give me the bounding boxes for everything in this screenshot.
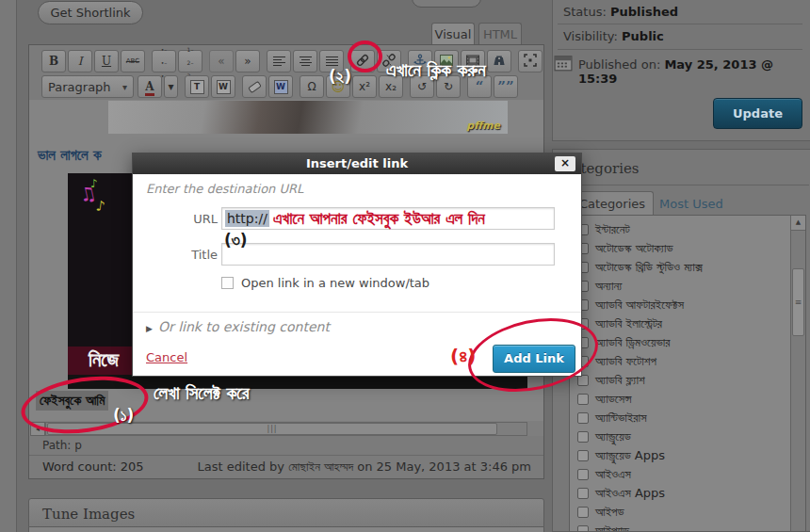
category-item: অ্যান্ড্রুয়েড Apps <box>577 446 785 465</box>
category-label[interactable]: অ্যান্টিভাইরাস <box>595 411 647 426</box>
strikethrough-button[interactable]: ABC <box>121 50 145 73</box>
special-char-button-glyph: Ω <box>307 80 316 93</box>
paragraph-dropdown[interactable]: Paragraph ▾ <box>41 75 134 98</box>
category-label[interactable]: অ্যাডবি ফটোশপ <box>595 354 656 369</box>
special-char-button[interactable]: Ω <box>300 75 324 98</box>
category-checkbox[interactable] <box>577 507 589 518</box>
numbered-list-button[interactable]: 1–2–3– <box>178 50 202 73</box>
page-left-strip <box>0 0 17 532</box>
visibility-row: Visibility: Public <box>563 29 664 43</box>
category-label[interactable]: অ্যান্ড্রুয়েড Apps <box>595 448 665 463</box>
scroll-up-icon[interactable]: ▲ <box>791 216 805 231</box>
italic-button-glyph: I <box>78 55 83 68</box>
tab-most-used[interactable]: Most Used <box>659 197 723 211</box>
text-color-menu-button[interactable]: ▾ <box>164 75 178 98</box>
strikethrough-button-glyph: ABC <box>126 57 139 65</box>
category-label[interactable]: আইপড <box>595 505 624 520</box>
music-note-icon: ♪ <box>90 177 98 190</box>
category-checkbox[interactable] <box>577 525 589 532</box>
superscript-button[interactable]: x² <box>352 75 377 98</box>
published-on-row: Published on: May 25, 2013 @ 15:39 <box>578 57 810 86</box>
title-input[interactable] <box>221 243 555 266</box>
category-checkbox[interactable] <box>577 394 589 405</box>
category-checkbox[interactable] <box>577 469 589 480</box>
music-note-icon: ♪ <box>95 197 106 215</box>
paste-text-button[interactable]: T <box>185 75 209 98</box>
text-color-button[interactable]: A <box>138 75 162 98</box>
tab-visual[interactable]: Visual <box>431 23 475 45</box>
quotes-button[interactable]: ”” <box>494 75 518 98</box>
url-value-selected: http:// <box>225 210 269 227</box>
indent-button[interactable]: » <box>235 50 260 73</box>
category-label[interactable]: অ্যাডবি ড্রিমওয়েভার <box>595 335 670 350</box>
category-label[interactable]: আইওএস <box>595 467 631 482</box>
close-icon[interactable]: × <box>555 156 575 171</box>
update-button[interactable]: Update <box>713 98 802 129</box>
search-icon <box>492 53 507 71</box>
visibility-value: Public <box>622 29 664 43</box>
align-left-button[interactable] <box>267 50 291 73</box>
categories-heading-divider <box>553 185 809 185</box>
url-input[interactable]: http:// এখানে আপনার ফেইসবুক ইউআর এল দিন <box>221 207 555 230</box>
category-item: অটোডেস্ক থ্রিডি স্টুডিও ম্যাক্স <box>577 258 785 277</box>
annotation-step-1: (১) <box>113 406 134 425</box>
category-checkbox[interactable] <box>577 412 589 424</box>
categories-scrollbar[interactable]: ▲ ≡ <box>790 216 805 531</box>
visibility-label: Visibility: <box>563 29 618 43</box>
category-label[interactable]: অটোডেস্ক অটোক্যাড <box>595 241 672 256</box>
post-link-text: ভাল লাগলে ক <box>38 147 101 164</box>
outdent-button[interactable]: « <box>209 50 234 73</box>
category-item: অ্যান্টিভাইরাস <box>577 409 785 427</box>
category-label[interactable]: অ্যাডবি ইলাস্ট্রেটর <box>595 316 662 331</box>
categories-list-box: ইন্টারনেটঅটোডেস্ক অটোক্যাডঅটোডেস্ক থ্রিড… <box>569 215 806 532</box>
new-window-checkbox[interactable] <box>221 277 234 289</box>
status-value: Published <box>610 5 678 19</box>
category-label[interactable]: আইপ্যাড <box>595 524 629 532</box>
get-shortlink-button[interactable]: Get Shortlink <box>38 1 143 24</box>
image-caption-text: নিজে <box>89 348 119 371</box>
category-label[interactable]: ইন্টারনেট <box>595 222 630 237</box>
embed-media-button[interactable]: W <box>268 75 293 98</box>
category-label[interactable]: অ্যান্ড্রুয়েড <box>595 429 631 444</box>
colorA-icon: A <box>145 80 154 93</box>
category-label[interactable]: অটোডেস্ক থ্রিডি স্টুডিও ম্যাক্স <box>595 260 703 275</box>
bold-button[interactable]: B <box>41 50 66 73</box>
tune-images-metabox[interactable]: Tune Images <box>28 498 544 527</box>
indent-icon: » <box>244 55 251 68</box>
align-center-button[interactable] <box>293 50 317 73</box>
annotation-circle-link-button <box>348 40 382 73</box>
annotation-step-2: (২) <box>329 67 351 86</box>
category-checkbox[interactable] <box>577 488 589 499</box>
editor-path: Path: p <box>42 439 82 452</box>
category-item: অন্যান্য <box>577 277 785 296</box>
category-label[interactable]: অ্যাডসেন্স <box>595 392 631 407</box>
category-item: আইপ্যাড <box>577 522 785 532</box>
italic-button[interactable]: I <box>68 50 92 73</box>
tab-html[interactable]: HTML <box>478 23 522 45</box>
category-item: ইন্টারনেট <box>577 220 785 239</box>
triangle-right-icon: ▶ <box>146 324 153 333</box>
fullscreen-button[interactable] <box>518 50 543 73</box>
category-checkbox[interactable] <box>577 450 589 461</box>
search-button[interactable] <box>487 50 511 73</box>
cancel-link[interactable]: Cancel <box>146 350 187 364</box>
fullscreen-icon <box>523 53 538 71</box>
new-window-checkbox-label: Open link in a new window/tab <box>241 276 429 290</box>
underline-button[interactable]: U <box>94 50 119 73</box>
annotation-step-3: (৩) <box>224 231 248 250</box>
word-count: Word count: 205 <box>42 459 144 474</box>
category-label[interactable]: অন্যান্য <box>595 279 622 294</box>
category-label[interactable]: অ্যাডবি আফটারইফেক্টস <box>595 298 684 313</box>
link-existing-content-toggle[interactable]: ▶Or link to existing content <box>146 319 330 334</box>
dialog-divider <box>133 312 581 313</box>
category-checkbox[interactable] <box>577 431 589 443</box>
tab-all-categories[interactable]: Categories <box>571 191 654 216</box>
cropped-top-button[interactable] <box>412 0 481 8</box>
category-label[interactable]: অ্যাডবি ফ্ল্যাশ <box>595 373 645 388</box>
remove-format-button[interactable] <box>242 75 267 98</box>
category-label[interactable]: আইওএস Apps <box>595 486 665 501</box>
category-item: অটোডেস্ক অটোক্যাড <box>577 239 785 258</box>
bullet-list-button[interactable]: •–•–•– <box>152 50 176 73</box>
paste-word-button[interactable]: W <box>211 75 235 98</box>
categories-scroll-thumb[interactable]: ≡ <box>792 268 804 336</box>
